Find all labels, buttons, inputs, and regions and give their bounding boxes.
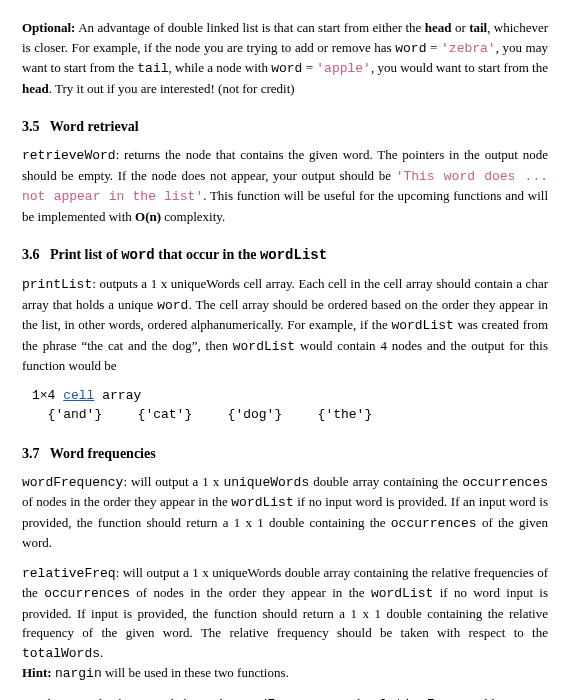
zebra-literal: 'zebra' xyxy=(441,41,496,56)
rf-code: relativeFreq xyxy=(364,697,458,701)
optional-paragraph: Optional: An advantage of double linked … xyxy=(22,18,548,98)
cell-2: {'dog'} xyxy=(228,405,318,425)
hint-label: Hint: xyxy=(22,665,52,680)
nargin-code: nargin xyxy=(55,666,102,681)
occurrences-code3: occurrences xyxy=(44,586,130,601)
tail-word: tail xyxy=(469,20,487,35)
wordlist-code3: wordList xyxy=(233,339,295,354)
opt-t7: . Try it out if you are interested! (not… xyxy=(49,81,295,96)
hint-text: will be used in these two functions. xyxy=(102,665,289,680)
cell-1: {'cat'} xyxy=(138,405,228,425)
arr-suffix: array xyxy=(94,388,141,403)
sec-num: 3.5 xyxy=(22,119,40,134)
sec-title: Word retrieval xyxy=(50,119,139,134)
s35-t3: complexity. xyxy=(161,209,225,224)
relativefreq-fn: relativeFreq xyxy=(22,566,116,581)
cell-link[interactable]: cell xyxy=(63,388,94,403)
cell-3: {'the'} xyxy=(318,405,408,425)
t1c: of nodes in the order they appear in the xyxy=(22,494,231,509)
sec-num: 3.7 xyxy=(22,446,40,461)
sec-tb: that occur in the xyxy=(155,247,260,262)
totalwords-code: totalWords xyxy=(22,646,100,661)
example-intro: For the example phrase used above, the w… xyxy=(22,694,548,701)
sec-title: Word frequencies xyxy=(50,446,156,461)
word-code2: word xyxy=(157,298,188,313)
head-word2: head xyxy=(22,81,49,96)
tail-code: tail xyxy=(137,61,168,76)
word-code: word xyxy=(121,247,155,263)
wordlist-code: wordList xyxy=(260,247,327,263)
t2d: . xyxy=(100,645,103,660)
relativefreq-desc: relativeFreq: will output a 1 x uniqueWo… xyxy=(22,563,548,684)
occurrences-code: occurrences xyxy=(462,475,548,490)
t1a: : will output a 1 x xyxy=(123,474,223,489)
t2b: of nodes in the order they appear in the xyxy=(130,585,371,600)
ex-b: and xyxy=(338,696,365,701)
wordlist-code: wordList xyxy=(231,495,293,510)
retrieveword-fn: retrieveWord xyxy=(22,148,116,163)
big-o: O(n) xyxy=(135,209,161,224)
word-code: word xyxy=(395,41,426,56)
eq2: = xyxy=(302,60,316,75)
optional-label: Optional: xyxy=(22,20,75,35)
sec-num: 3.6 xyxy=(22,247,40,262)
section-3-5-heading: 3.5 Word retrieval xyxy=(22,116,548,137)
section-3-7-heading: 3.7 Word frequencies xyxy=(22,443,548,464)
word-code2: word xyxy=(271,61,302,76)
head-word: head xyxy=(425,20,452,35)
wf-code: wordFrequency xyxy=(236,697,337,701)
apple-literal: 'apple' xyxy=(316,61,371,76)
t1b: double array containing the xyxy=(309,474,462,489)
ex-a: For the example phrase used above, the xyxy=(22,696,236,701)
arr-dim: 1×4 xyxy=(32,388,63,403)
uniquewords-code: uniqueWords xyxy=(223,475,309,490)
wordlist-code2: wordList xyxy=(371,586,433,601)
opt-t1: An advantage of double linked list is th… xyxy=(75,20,424,35)
wordfrequency-desc: wordFrequency: will output a 1 x uniqueW… xyxy=(22,472,548,553)
opt-t2: or xyxy=(452,20,470,35)
opt-t6: , you would want to start from the xyxy=(371,60,548,75)
opt-t5: , while a node with xyxy=(169,60,272,75)
wordfrequency-fn: wordFrequency xyxy=(22,475,123,490)
section-3-6-heading: 3.6 Print list of word that occur in the… xyxy=(22,244,548,266)
printlist-fn: printList xyxy=(22,277,92,292)
cell-0: {'and'} xyxy=(48,405,138,425)
cell-array-header: 1×4 cell array xyxy=(32,386,548,406)
section-3-5-body: retrieveWord: returns the node that cont… xyxy=(22,145,548,226)
sec-ta: Print list of xyxy=(50,247,121,262)
eq1: = xyxy=(426,40,441,55)
cell-array-values: {'and'}{'cat'}{'dog'}{'the'} xyxy=(32,405,548,425)
section-3-6-body: printList: outputs a 1 x uniqueWords cel… xyxy=(22,274,548,376)
wordlist-code2: wordList xyxy=(391,318,453,333)
occurrences-code2: occurrences xyxy=(391,516,477,531)
